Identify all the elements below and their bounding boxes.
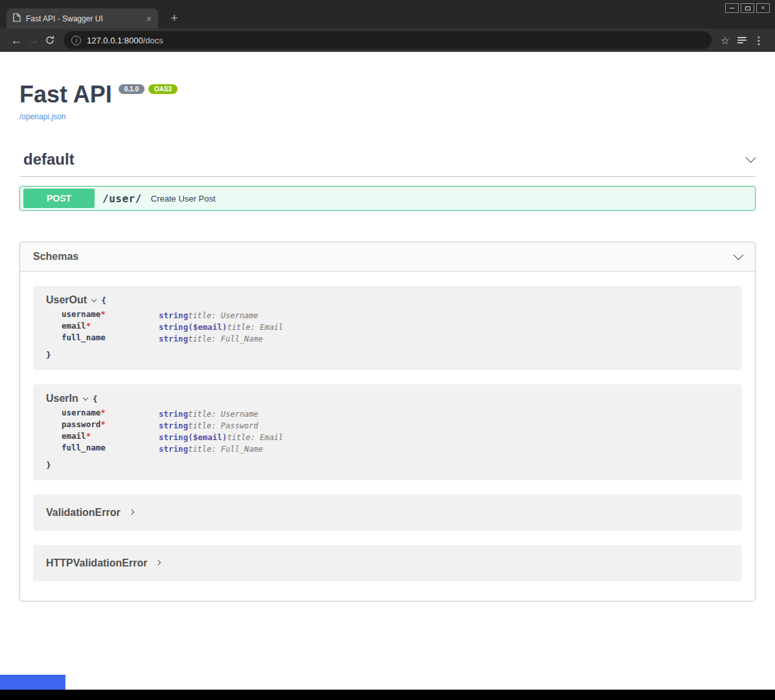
model-userin-toggle[interactable]: UserIn { — [46, 393, 729, 404]
property-row: email* string($email)title: Email — [62, 431, 729, 443]
model-title: UserIn — [46, 393, 78, 404]
open-brace: { — [93, 394, 98, 404]
browser-toolbar: ← → i 127.0.0.1:8000/docs ☆ ⋮ — [0, 29, 775, 52]
chevron-right-icon[interactable] — [128, 509, 133, 515]
chevron-down-icon[interactable] — [91, 297, 97, 302]
model-title: ValidationError — [46, 507, 121, 519]
schemas-title: Schemas — [33, 251, 78, 262]
schemas-header[interactable]: Schemas — [20, 242, 755, 272]
model-userout: UserOut { username* stringtitle: Usernam… — [33, 286, 742, 370]
property-row: username* stringtitle: Username — [62, 309, 729, 321]
property-row: username* stringtitle: Username — [62, 408, 729, 419]
swagger-page: Fast API 0.1.0 OAS3 /openapi.json defaul… — [0, 52, 775, 690]
window-controls: × — [725, 3, 770, 13]
browser-window: Fast API - Swagger UI × + × ← → i 127.0.… — [0, 0, 775, 700]
model-userout-toggle[interactable]: UserOut { — [46, 294, 729, 306]
model-title: HTTPValidationError — [46, 557, 147, 569]
tab-close-icon[interactable]: × — [146, 14, 152, 23]
close-brace: } — [46, 350, 729, 360]
close-brace: } — [46, 460, 729, 470]
model-title: UserOut — [46, 294, 87, 306]
property-row: email* string($email)title: Email — [62, 321, 729, 332]
tab-title: Fast API - Swagger UI — [26, 14, 141, 23]
minimize-icon — [730, 8, 735, 8]
maximize-button[interactable] — [741, 3, 754, 13]
window-bottom-edge — [0, 690, 775, 700]
url-path: /docs — [143, 36, 163, 45]
api-title: Fast API — [19, 82, 112, 108]
model-httpvalidationerror[interactable]: HTTPValidationError — [33, 545, 742, 581]
oas3-badge: OAS3 — [148, 84, 178, 94]
reload-icon[interactable] — [41, 35, 58, 45]
endpoint-path: /user/ — [102, 192, 142, 205]
model-userin: UserIn { username* stringtitle: Username… — [33, 384, 742, 480]
model-properties: username* stringtitle: Username email* s… — [62, 309, 729, 344]
property-row: full_name stringtitle: Full_Name — [62, 443, 729, 454]
schemas-section: Schemas UserOut { username* stringtitle:… — [19, 242, 756, 601]
schemas-body: UserOut { username* stringtitle: Usernam… — [20, 272, 755, 601]
minimize-button[interactable] — [725, 3, 739, 13]
close-button[interactable]: × — [756, 3, 770, 13]
chevron-down-icon[interactable] — [734, 250, 744, 261]
openapi-spec-link[interactable]: /openapi.json — [19, 112, 65, 121]
chevron-down-icon[interactable] — [83, 395, 88, 401]
property-row: full_name stringtitle: Full_Name — [62, 332, 729, 344]
site-info-icon[interactable]: i — [71, 36, 81, 45]
tag-section-default[interactable]: default — [19, 150, 756, 177]
api-info: Fast API 0.1.0 OAS3 /openapi.json — [19, 52, 756, 122]
new-tab-button[interactable]: + — [166, 10, 183, 26]
bookmark-star-icon[interactable]: ☆ — [717, 34, 734, 47]
url-text: 127.0.0.1:8000/docs — [87, 36, 163, 45]
chevron-right-icon[interactable] — [156, 560, 161, 565]
endpoint-post-user[interactable]: POST /user/ Create User Post — [19, 186, 756, 211]
model-validationerror[interactable]: ValidationError — [33, 495, 742, 531]
maximize-icon — [745, 6, 750, 10]
url-host: 127.0.0.1:8000 — [87, 36, 143, 45]
chevron-down-icon[interactable] — [746, 153, 756, 163]
browser-tab[interactable]: Fast API - Swagger UI × — [6, 8, 158, 29]
browser-menu-icon[interactable]: ⋮ — [750, 34, 767, 47]
property-row: password* stringtitle: Password — [62, 419, 729, 431]
page-icon — [13, 13, 21, 25]
status-bubble — [0, 675, 65, 690]
http-method-badge: POST — [23, 189, 95, 208]
endpoint-summary: Create User Post — [151, 194, 216, 204]
open-brace: { — [101, 296, 106, 305]
titlebar: Fast API - Swagger UI × + × — [0, 0, 775, 29]
model-properties: username* stringtitle: Username password… — [62, 408, 729, 454]
forward-icon[interactable]: → — [25, 34, 41, 47]
address-bar[interactable]: i 127.0.0.1:8000/docs — [64, 31, 711, 49]
back-icon[interactable]: ← — [8, 34, 25, 47]
version-badge: 0.1.0 — [119, 84, 145, 94]
extensions-icon[interactable] — [734, 36, 750, 45]
tag-name: default — [23, 150, 75, 169]
